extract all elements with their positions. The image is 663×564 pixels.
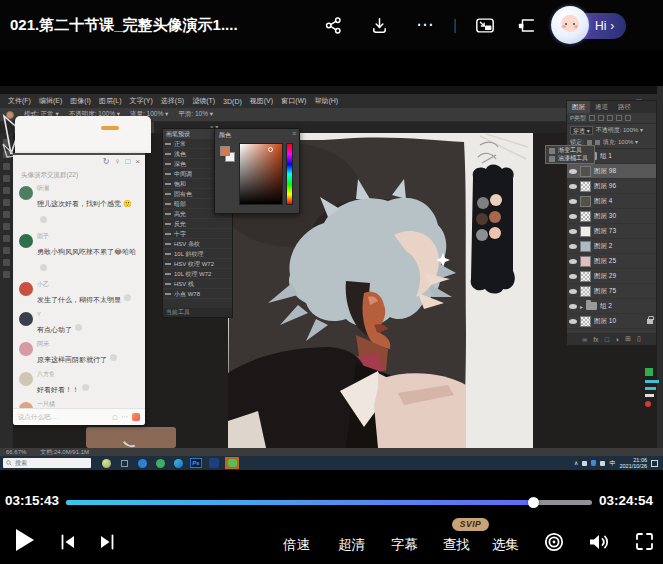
browser-app-icon — [135, 457, 149, 469]
layer-style-icon: fx — [593, 336, 598, 343]
emoji-badge — [40, 264, 47, 271]
status-cyan-bar — [645, 387, 656, 390]
volume-button[interactable] — [586, 530, 610, 558]
picker-marker — [268, 147, 273, 152]
playback-speed-button[interactable]: 倍速 — [283, 536, 310, 554]
layers-panel-tabs: 图层通道路径 — [567, 101, 656, 113]
chat-group-title: 头像演示交流群(22) — [21, 171, 78, 180]
sender-name: 听澜 — [37, 185, 139, 192]
floating-toolbar — [15, 116, 151, 153]
layer-name: 图层 96 — [594, 182, 616, 191]
status-cyan-bar — [645, 380, 659, 383]
layers-list: ▸ 组 1 ▸ 图层 98 ▸ — [567, 148, 656, 329]
flyout-item: 渐变工具 — [546, 146, 594, 154]
status-green-indicator — [645, 368, 653, 376]
preset-row: HSV 条纹 — [163, 239, 232, 249]
assistant-button[interactable]: Hi › — [551, 5, 655, 45]
layer-row: ▸ 图层 4 — [567, 194, 656, 209]
quality-button[interactable]: 超清 — [338, 536, 365, 554]
adjustment-layer-icon: ◑ — [615, 336, 619, 343]
preset-row: 十字 — [163, 229, 232, 239]
video-surface[interactable]: 文件(F)编辑(E)图像(I)图层(L)文字(Y)选择(S)滤镜(T)3D(D)… — [0, 86, 663, 470]
color-picker-panel: 颜色 ≡ — [214, 128, 300, 214]
sender-name: Y — [37, 311, 82, 318]
ps-menubar: 文件(F)编辑(E)图像(I)图层(L)文字(Y)选择(S)滤镜(T)3D(D)… — [0, 94, 663, 108]
next-episode-button[interactable] — [97, 532, 117, 556]
folder-icon — [586, 302, 597, 310]
panel-tab: 通道 — [590, 101, 613, 113]
preset-row: 10L 斜纹理 — [163, 249, 232, 259]
ps-toolbox — [0, 133, 13, 448]
emoji-badge — [82, 384, 89, 391]
layer-row: ▸ 图层 75 — [567, 284, 656, 299]
chat-message-list: 听澜 狸儿这次好看，找到个感觉 🙂 圆子 勇敢小狗风风吃辣不累了😂哈哈 小乙 — [13, 183, 145, 408]
layer-visibility-icon — [569, 289, 577, 294]
refresh-icon: ↻ — [103, 157, 110, 166]
delete-layer-icon: ▯ — [637, 335, 641, 343]
pin-icon: ♀ — [114, 157, 120, 166]
play-button[interactable] — [16, 529, 34, 551]
tray-clock: 21:06 2021/10/26 — [619, 457, 647, 469]
preset-row: 小点 W78 — [163, 289, 232, 299]
blend-mode-select: 穿透 ▾ — [570, 126, 593, 135]
avatar — [19, 372, 33, 386]
lock-position-icon — [595, 140, 600, 145]
layer-name: 组 2 — [600, 302, 612, 311]
new-group-icon: ⊞ — [625, 335, 631, 343]
layer-row: ▸ 图层 10 — [567, 314, 656, 329]
ps-menu-item: 文字(Y) — [129, 96, 152, 106]
drag-handle — [101, 126, 119, 130]
status-red-indicator — [645, 401, 651, 407]
avatar — [19, 186, 33, 200]
windows-taskbar: 搜索 Ps ∧ 中 21:06 2021/10/26 — [0, 456, 663, 470]
message-text: 好看好看！！ — [37, 386, 79, 393]
previous-episode-button[interactable] — [58, 532, 78, 556]
photoshop-app-icon: Ps — [189, 457, 203, 469]
layer-visibility-icon — [569, 199, 577, 204]
episodes-button[interactable]: 选集 — [492, 536, 519, 554]
mini-player-icon[interactable] — [517, 15, 537, 35]
layer-visibility-icon — [569, 244, 577, 249]
more-icon[interactable]: ⋯ — [415, 15, 435, 35]
download-icon[interactable] — [369, 15, 389, 35]
sender-name: 圆子 — [37, 233, 139, 240]
subtitles-button[interactable]: 字幕 — [391, 536, 418, 554]
progress-fill — [66, 500, 533, 505]
chat-window: ↻ ♀ □ × 头像演示交流群(22) 听澜 狸儿这次好看，找到个感觉 🙂 — [13, 153, 145, 425]
ps-menu-item: 编辑(E) — [39, 96, 62, 106]
opacity-field: 不透明度: 100% ▾ — [596, 126, 643, 135]
tool-flyout: 渐变工具 油漆桶工具 — [545, 145, 595, 164]
record-screen-button[interactable] — [543, 531, 565, 557]
layer-visibility-icon — [569, 229, 577, 234]
layer-thumbnail — [580, 226, 591, 237]
layer-visibility-icon — [569, 274, 577, 279]
sai-app-icon — [99, 457, 113, 469]
ps-option: 平滑: 10% ▾ — [178, 110, 213, 119]
layer-name: 图层 98 — [594, 167, 616, 176]
layer-name: 图层 25 — [594, 257, 616, 266]
layer-name: 组 1 — [600, 152, 612, 161]
layer-name: 图层 75 — [594, 287, 616, 296]
fullscreen-button[interactable] — [634, 531, 655, 556]
taskbar-search: 搜索 — [3, 458, 91, 468]
find-button[interactable]: 查找 — [443, 536, 470, 554]
progress-handle[interactable] — [528, 497, 539, 508]
share-icon[interactable] — [323, 15, 343, 35]
chevron-right-icon: › — [610, 19, 614, 33]
total-time: 03:24:54 — [599, 493, 653, 508]
ps-menu-item: 3D(D) — [223, 98, 242, 105]
green-app-icon — [153, 457, 167, 469]
layer-name: 图层 73 — [594, 227, 616, 236]
layer-name: 图层 2 — [594, 242, 612, 251]
chat-message: 圆子 勇敢小狗风风吃辣不累了😂哈哈 — [19, 233, 139, 276]
pip-icon[interactable] — [475, 15, 495, 35]
ps-menu-item: 图层(L) — [99, 96, 122, 106]
layer-visibility-icon — [569, 169, 577, 174]
layers-filter-row: P类型 — [567, 113, 656, 124]
layer-name: 图层 10 — [594, 317, 616, 326]
ps-menu-item: 窗口(W) — [281, 96, 306, 106]
layer-row: ▸ 图层 2 — [567, 239, 656, 254]
chat-message: 小乙 发生了什么，糊得不太明显 — [19, 281, 139, 306]
chat-message: 八方鱼 好看好看！！ — [19, 371, 139, 396]
mascot-face — [561, 15, 579, 32]
